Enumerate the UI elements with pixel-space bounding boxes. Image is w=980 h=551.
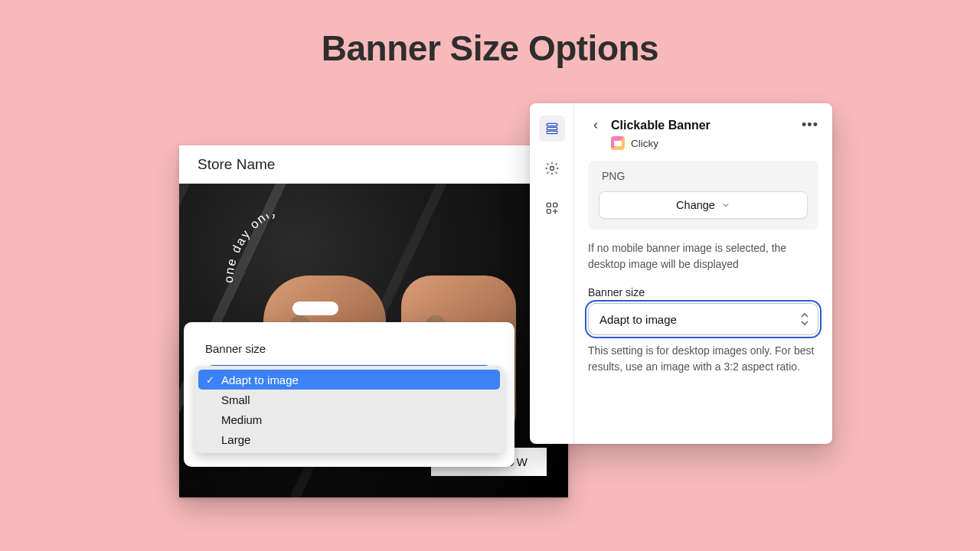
change-image-button[interactable]: Change (599, 191, 808, 219)
banner-size-select[interactable]: Adapt to image (588, 303, 818, 335)
svg-rect-7 (547, 210, 550, 214)
mobile-fallback-note: If no mobile banner image is selected, t… (588, 240, 818, 272)
banner-size-dropdown-card: Banner size Adapt to image Small Medium … (184, 322, 514, 467)
page-title: Banner Size Options (0, 28, 980, 69)
more-actions-icon[interactable]: ••• (802, 117, 818, 133)
dropdown-menu: Adapt to image Small Medium Large (194, 366, 504, 453)
settings-title: Clickable Banner (611, 119, 794, 132)
chevron-down-icon (721, 201, 730, 210)
change-button-label: Change (676, 199, 715, 211)
svg-rect-6 (553, 203, 557, 207)
image-file-card: PNG Change (588, 161, 818, 230)
store-name: Store Name (179, 145, 568, 184)
dropdown-option-adapt-to-image[interactable]: Adapt to image (198, 370, 500, 390)
dropdown-option-small[interactable]: Small (198, 390, 500, 409)
settings-rail (530, 103, 574, 444)
settings-panel: Clickable Banner ••• Clicky PNG Change I… (530, 103, 832, 444)
rail-settings-icon[interactable] (539, 155, 565, 181)
svg-rect-5 (547, 203, 550, 207)
svg-rect-3 (547, 131, 557, 133)
file-type-label: PNG (602, 170, 808, 182)
rail-apps-icon[interactable] (539, 195, 565, 221)
svg-text:one day only: one day only (225, 214, 279, 283)
app-name: Clicky (631, 138, 658, 149)
svg-rect-2 (547, 127, 557, 129)
dropdown-option-medium[interactable]: Medium (198, 409, 500, 429)
banner-size-field-label: Banner size (588, 286, 818, 298)
select-stepper-icon (799, 312, 810, 326)
back-button[interactable] (588, 118, 603, 133)
dropdown-label: Banner size (184, 342, 514, 360)
app-icon (611, 136, 625, 150)
rail-sections-icon[interactable] (539, 116, 565, 142)
svg-point-4 (550, 167, 554, 171)
banner-size-help-text: This setting is for desktop images only.… (588, 343, 818, 375)
banner-size-select-value: Adapt to image (599, 313, 677, 326)
dropdown-option-large[interactable]: Large (198, 429, 500, 449)
svg-rect-1 (547, 123, 557, 126)
